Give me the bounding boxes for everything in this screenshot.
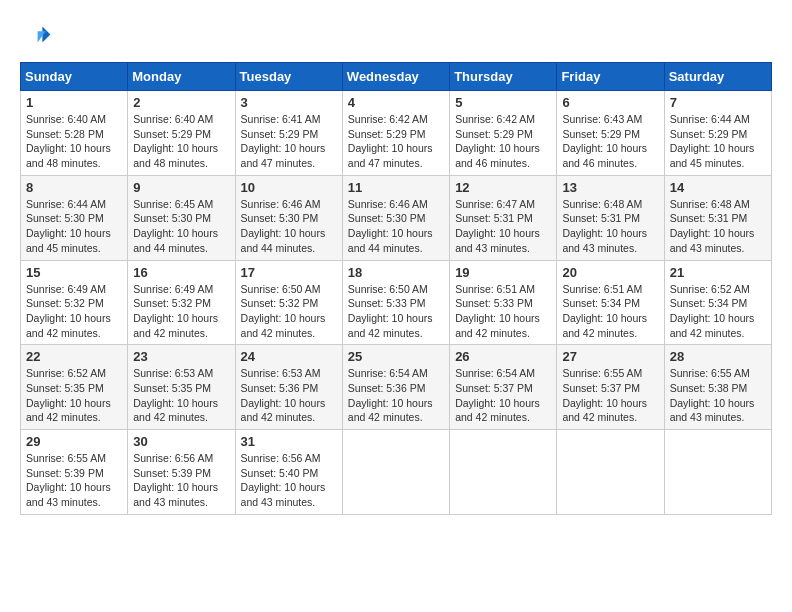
calendar-cell <box>664 430 771 515</box>
day-info: Sunrise: 6:55 AMSunset: 5:39 PMDaylight:… <box>26 452 111 508</box>
calendar-cell: 23Sunrise: 6:53 AMSunset: 5:35 PMDayligh… <box>128 345 235 430</box>
day-number: 21 <box>670 265 766 280</box>
day-info: Sunrise: 6:45 AMSunset: 5:30 PMDaylight:… <box>133 198 218 254</box>
day-number: 9 <box>133 180 229 195</box>
calendar-cell: 24Sunrise: 6:53 AMSunset: 5:36 PMDayligh… <box>235 345 342 430</box>
day-info: Sunrise: 6:49 AMSunset: 5:32 PMDaylight:… <box>26 283 111 339</box>
day-info: Sunrise: 6:52 AMSunset: 5:34 PMDaylight:… <box>670 283 755 339</box>
day-info: Sunrise: 6:44 AMSunset: 5:29 PMDaylight:… <box>670 113 755 169</box>
day-number: 25 <box>348 349 444 364</box>
day-info: Sunrise: 6:48 AMSunset: 5:31 PMDaylight:… <box>562 198 647 254</box>
day-of-week-header: Tuesday <box>235 63 342 91</box>
day-info: Sunrise: 6:55 AMSunset: 5:38 PMDaylight:… <box>670 367 755 423</box>
day-info: Sunrise: 6:54 AMSunset: 5:37 PMDaylight:… <box>455 367 540 423</box>
calendar-cell: 14Sunrise: 6:48 AMSunset: 5:31 PMDayligh… <box>664 175 771 260</box>
day-number: 13 <box>562 180 658 195</box>
calendar-cell: 9Sunrise: 6:45 AMSunset: 5:30 PMDaylight… <box>128 175 235 260</box>
day-number: 14 <box>670 180 766 195</box>
day-number: 31 <box>241 434 337 449</box>
page-header <box>20 20 772 52</box>
day-info: Sunrise: 6:42 AMSunset: 5:29 PMDaylight:… <box>348 113 433 169</box>
calendar-cell: 27Sunrise: 6:55 AMSunset: 5:37 PMDayligh… <box>557 345 664 430</box>
day-number: 15 <box>26 265 122 280</box>
day-info: Sunrise: 6:50 AMSunset: 5:33 PMDaylight:… <box>348 283 433 339</box>
day-info: Sunrise: 6:50 AMSunset: 5:32 PMDaylight:… <box>241 283 326 339</box>
calendar-week-row: 8Sunrise: 6:44 AMSunset: 5:30 PMDaylight… <box>21 175 772 260</box>
day-number: 18 <box>348 265 444 280</box>
calendar-cell: 22Sunrise: 6:52 AMSunset: 5:35 PMDayligh… <box>21 345 128 430</box>
day-info: Sunrise: 6:47 AMSunset: 5:31 PMDaylight:… <box>455 198 540 254</box>
calendar-cell: 7Sunrise: 6:44 AMSunset: 5:29 PMDaylight… <box>664 91 771 176</box>
day-number: 22 <box>26 349 122 364</box>
calendar-cell: 17Sunrise: 6:50 AMSunset: 5:32 PMDayligh… <box>235 260 342 345</box>
day-info: Sunrise: 6:56 AMSunset: 5:40 PMDaylight:… <box>241 452 326 508</box>
day-number: 19 <box>455 265 551 280</box>
day-number: 20 <box>562 265 658 280</box>
calendar-cell: 1Sunrise: 6:40 AMSunset: 5:28 PMDaylight… <box>21 91 128 176</box>
day-of-week-header: Thursday <box>450 63 557 91</box>
calendar-cell: 5Sunrise: 6:42 AMSunset: 5:29 PMDaylight… <box>450 91 557 176</box>
day-info: Sunrise: 6:48 AMSunset: 5:31 PMDaylight:… <box>670 198 755 254</box>
day-number: 26 <box>455 349 551 364</box>
day-number: 1 <box>26 95 122 110</box>
day-info: Sunrise: 6:40 AMSunset: 5:29 PMDaylight:… <box>133 113 218 169</box>
calendar-cell <box>342 430 449 515</box>
calendar-header-row: SundayMondayTuesdayWednesdayThursdayFrid… <box>21 63 772 91</box>
day-number: 8 <box>26 180 122 195</box>
day-number: 29 <box>26 434 122 449</box>
calendar-cell: 28Sunrise: 6:55 AMSunset: 5:38 PMDayligh… <box>664 345 771 430</box>
day-number: 28 <box>670 349 766 364</box>
day-of-week-header: Monday <box>128 63 235 91</box>
day-number: 2 <box>133 95 229 110</box>
calendar-cell: 18Sunrise: 6:50 AMSunset: 5:33 PMDayligh… <box>342 260 449 345</box>
calendar-cell: 10Sunrise: 6:46 AMSunset: 5:30 PMDayligh… <box>235 175 342 260</box>
day-number: 30 <box>133 434 229 449</box>
day-of-week-header: Wednesday <box>342 63 449 91</box>
day-info: Sunrise: 6:54 AMSunset: 5:36 PMDaylight:… <box>348 367 433 423</box>
day-of-week-header: Sunday <box>21 63 128 91</box>
day-info: Sunrise: 6:43 AMSunset: 5:29 PMDaylight:… <box>562 113 647 169</box>
day-number: 5 <box>455 95 551 110</box>
day-info: Sunrise: 6:46 AMSunset: 5:30 PMDaylight:… <box>241 198 326 254</box>
calendar-cell: 30Sunrise: 6:56 AMSunset: 5:39 PMDayligh… <box>128 430 235 515</box>
day-info: Sunrise: 6:55 AMSunset: 5:37 PMDaylight:… <box>562 367 647 423</box>
day-info: Sunrise: 6:51 AMSunset: 5:34 PMDaylight:… <box>562 283 647 339</box>
calendar-week-row: 1Sunrise: 6:40 AMSunset: 5:28 PMDaylight… <box>21 91 772 176</box>
calendar-cell: 11Sunrise: 6:46 AMSunset: 5:30 PMDayligh… <box>342 175 449 260</box>
day-number: 27 <box>562 349 658 364</box>
day-number: 23 <box>133 349 229 364</box>
svg-marker-0 <box>42 26 50 42</box>
calendar-cell: 31Sunrise: 6:56 AMSunset: 5:40 PMDayligh… <box>235 430 342 515</box>
day-number: 17 <box>241 265 337 280</box>
calendar-cell: 21Sunrise: 6:52 AMSunset: 5:34 PMDayligh… <box>664 260 771 345</box>
day-of-week-header: Friday <box>557 63 664 91</box>
calendar-cell <box>450 430 557 515</box>
calendar-cell: 25Sunrise: 6:54 AMSunset: 5:36 PMDayligh… <box>342 345 449 430</box>
day-of-week-header: Saturday <box>664 63 771 91</box>
day-number: 3 <box>241 95 337 110</box>
logo-icon <box>20 20 52 52</box>
day-number: 4 <box>348 95 444 110</box>
calendar-cell: 12Sunrise: 6:47 AMSunset: 5:31 PMDayligh… <box>450 175 557 260</box>
calendar-cell: 4Sunrise: 6:42 AMSunset: 5:29 PMDaylight… <box>342 91 449 176</box>
calendar-table: SundayMondayTuesdayWednesdayThursdayFrid… <box>20 62 772 515</box>
calendar-cell: 20Sunrise: 6:51 AMSunset: 5:34 PMDayligh… <box>557 260 664 345</box>
day-number: 10 <box>241 180 337 195</box>
calendar-week-row: 29Sunrise: 6:55 AMSunset: 5:39 PMDayligh… <box>21 430 772 515</box>
calendar-week-row: 22Sunrise: 6:52 AMSunset: 5:35 PMDayligh… <box>21 345 772 430</box>
day-info: Sunrise: 6:51 AMSunset: 5:33 PMDaylight:… <box>455 283 540 339</box>
day-info: Sunrise: 6:53 AMSunset: 5:35 PMDaylight:… <box>133 367 218 423</box>
day-number: 11 <box>348 180 444 195</box>
day-info: Sunrise: 6:46 AMSunset: 5:30 PMDaylight:… <box>348 198 433 254</box>
day-number: 6 <box>562 95 658 110</box>
day-info: Sunrise: 6:44 AMSunset: 5:30 PMDaylight:… <box>26 198 111 254</box>
calendar-cell: 2Sunrise: 6:40 AMSunset: 5:29 PMDaylight… <box>128 91 235 176</box>
day-number: 24 <box>241 349 337 364</box>
day-info: Sunrise: 6:42 AMSunset: 5:29 PMDaylight:… <box>455 113 540 169</box>
calendar-cell: 29Sunrise: 6:55 AMSunset: 5:39 PMDayligh… <box>21 430 128 515</box>
day-info: Sunrise: 6:41 AMSunset: 5:29 PMDaylight:… <box>241 113 326 169</box>
calendar-cell: 19Sunrise: 6:51 AMSunset: 5:33 PMDayligh… <box>450 260 557 345</box>
day-info: Sunrise: 6:56 AMSunset: 5:39 PMDaylight:… <box>133 452 218 508</box>
calendar-cell: 15Sunrise: 6:49 AMSunset: 5:32 PMDayligh… <box>21 260 128 345</box>
day-info: Sunrise: 6:49 AMSunset: 5:32 PMDaylight:… <box>133 283 218 339</box>
